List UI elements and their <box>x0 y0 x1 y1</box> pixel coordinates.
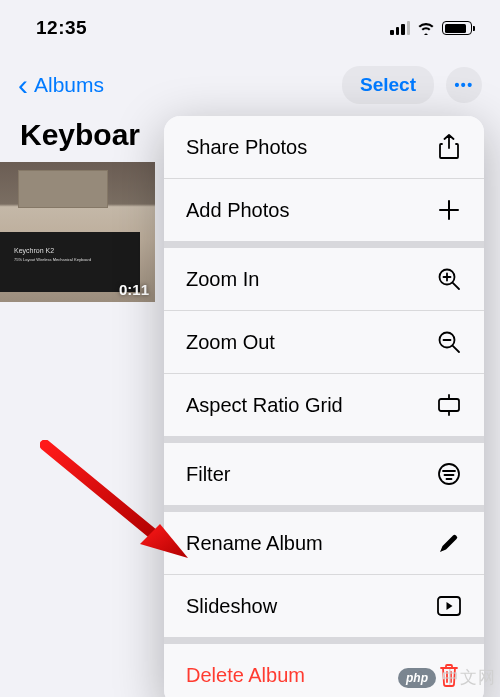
cellular-icon <box>390 21 410 35</box>
filter-icon <box>436 461 462 487</box>
svg-rect-2 <box>439 399 459 411</box>
video-duration: 0:11 <box>119 281 149 298</box>
menu-slideshow[interactable]: Slideshow <box>164 575 484 644</box>
zoom-in-icon <box>436 266 462 292</box>
chevron-left-icon: ‹ <box>18 70 28 100</box>
back-label: Albums <box>34 73 104 97</box>
svg-point-3 <box>439 464 459 484</box>
status-bar: 12:35 <box>0 0 500 48</box>
more-button[interactable]: ••• <box>446 67 482 103</box>
battery-icon <box>442 21 472 35</box>
status-time: 12:35 <box>36 17 87 39</box>
plus-icon <box>436 197 462 223</box>
nav-bar: ‹ Albums Select ••• <box>0 48 500 118</box>
menu-zoom-in[interactable]: Zoom In <box>164 248 484 311</box>
menu-zoom-out[interactable]: Zoom Out <box>164 311 484 374</box>
menu-aspect-ratio[interactable]: Aspect Ratio Grid <box>164 374 484 443</box>
slideshow-icon <box>436 593 462 619</box>
pencil-icon <box>436 530 462 556</box>
select-button[interactable]: Select <box>342 66 434 104</box>
back-button[interactable]: ‹ Albums <box>18 70 104 100</box>
watermark: php 中文网 <box>398 666 496 689</box>
zoom-out-icon <box>436 329 462 355</box>
menu-add-photos[interactable]: Add Photos <box>164 179 484 248</box>
menu-rename-album[interactable]: Rename Album <box>164 512 484 575</box>
menu-share-photos[interactable]: Share Photos <box>164 116 484 179</box>
watermark-text: 中文网 <box>442 666 496 689</box>
share-icon <box>436 134 462 160</box>
menu-filter[interactable]: Filter <box>164 443 484 512</box>
context-menu: Share Photos Add Photos Zoom In Zoom Out… <box>164 116 484 697</box>
video-thumbnail[interactable]: Keychron K275% Layout Wireless Mechanica… <box>0 162 155 302</box>
status-icons <box>390 21 472 35</box>
wifi-icon <box>416 21 436 35</box>
watermark-badge: php <box>398 668 436 688</box>
aspect-ratio-icon <box>436 392 462 418</box>
